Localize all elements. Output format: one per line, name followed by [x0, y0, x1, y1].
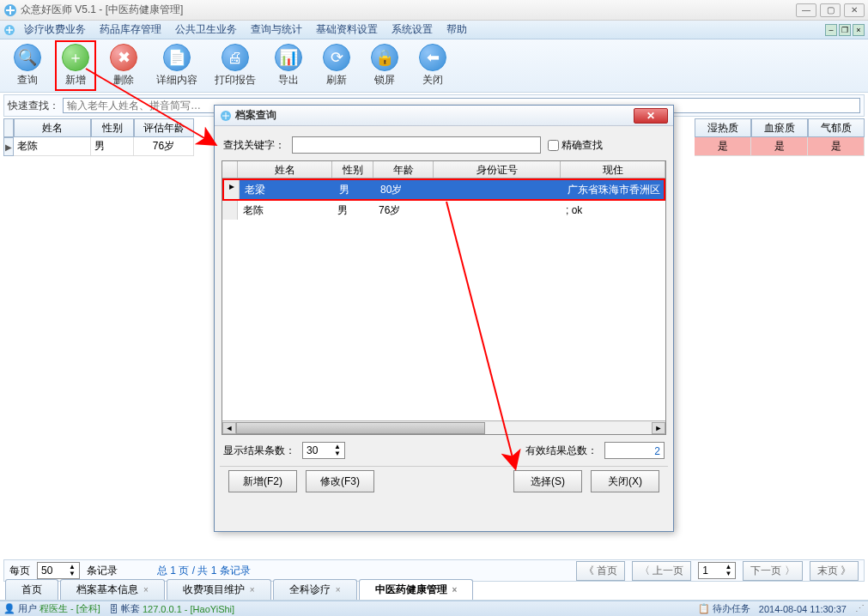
- menu-inventory[interactable]: 药品库存管理: [94, 21, 167, 39]
- dcol-name[interactable]: 姓名: [238, 161, 332, 178]
- cell-name: 老陈: [14, 137, 91, 156]
- perpage-spinner[interactable]: 50 ▲▼: [37, 562, 80, 579]
- records-label: 条记录: [87, 564, 118, 578]
- cell-qiyu: 是: [808, 137, 865, 156]
- dialog-table-header: 姓名 性别 年龄 身份证号 现住: [222, 161, 665, 178]
- archive-query-dialog: 档案查询 ✕ 查找关键字： 精确查找 姓名 性别 年龄 身份证号 现住 ▸ 老梁…: [214, 105, 674, 532]
- last-page-button[interactable]: 末页 》: [810, 561, 859, 581]
- close-icon[interactable]: ×: [143, 585, 149, 595]
- close-icon[interactable]: ×: [250, 585, 255, 595]
- plus-icon: ＋: [62, 44, 89, 71]
- menubar: 诊疗收费业务 药品库存管理 公共卫生业务 查询与统计 基础资料设置 系统设置 帮…: [0, 21, 868, 39]
- maximize-button[interactable]: ▢: [820, 3, 841, 17]
- menu-icon: [3, 24, 15, 36]
- exact-search-checkbox[interactable]: 精确查找: [548, 138, 603, 153]
- menu-public-health[interactable]: 公共卫生业务: [170, 21, 242, 39]
- mdi-min-button[interactable]: –: [825, 24, 837, 36]
- total-count-label: 有效结果总数：: [525, 444, 598, 458]
- scroll-left-icon[interactable]: ◄: [222, 422, 236, 434]
- dialog-close-button[interactable]: ✕: [634, 108, 668, 124]
- row-indicator-icon: ▶: [3, 137, 14, 156]
- minimize-button[interactable]: —: [796, 3, 816, 17]
- spinner-arrows-icon[interactable]: ▲▼: [69, 564, 76, 577]
- lock-icon: 🔒: [371, 44, 398, 71]
- dialog-icon: [220, 110, 232, 122]
- tab-fee[interactable]: 收费项目维护×: [167, 579, 271, 600]
- tab-archive[interactable]: 档案基本信息×: [60, 579, 165, 600]
- menu-query-stats[interactable]: 查询与统计: [246, 21, 307, 39]
- dialog-result-table: 姓名 性别 年龄 身份证号 现住 ▸ 老梁 男 80岁 广东省珠海市香洲区 老陈…: [222, 160, 666, 435]
- print-icon: 🖨: [222, 44, 249, 71]
- cell-shire: 是: [695, 137, 751, 156]
- search-keyword-input[interactable]: [292, 136, 541, 154]
- col-name[interactable]: 姓名: [14, 118, 91, 137]
- toolbar-add-button[interactable]: ＋ 新增: [55, 40, 96, 91]
- col-age[interactable]: 评估年龄: [134, 118, 194, 137]
- dialog-titlebar[interactable]: 档案查询 ✕: [215, 106, 673, 126]
- menu-help[interactable]: 帮助: [441, 21, 472, 39]
- close-icon[interactable]: ×: [452, 585, 458, 595]
- status-task-label[interactable]: 待办任务: [713, 602, 750, 615]
- exact-search-input[interactable]: [548, 140, 559, 151]
- dialog-search-row: 查找关键字： 精确查找: [215, 126, 673, 160]
- tab-clinic[interactable]: 全科诊疗×: [273, 579, 357, 600]
- close-icon[interactable]: ×: [336, 585, 341, 595]
- spinner-arrows-icon[interactable]: ▲▼: [334, 444, 341, 457]
- result-count-spinner[interactable]: 30 ▲▼: [302, 442, 345, 459]
- toolbar-detail-button[interactable]: 📄 详细内容: [151, 42, 203, 89]
- spinner-arrows-icon[interactable]: ▲▼: [725, 564, 731, 577]
- dialog-edit-button[interactable]: 修改(F3): [306, 470, 374, 492]
- mdi-close-button[interactable]: ×: [853, 24, 865, 36]
- tab-tcm[interactable]: 中医药健康管理×: [359, 579, 474, 600]
- page-number-spinner[interactable]: 1 ▲▼: [698, 562, 736, 579]
- scroll-right-icon[interactable]: ►: [652, 422, 665, 434]
- toolbar: 🔍 查询 ＋ 新增 ✖ 删除 📄 详细内容 🖨 打印报告 📊 导出 ⟳ 刷新 🔒…: [0, 39, 868, 93]
- col-qiyu[interactable]: 气郁质: [808, 118, 865, 137]
- dcol-id[interactable]: 身份证号: [434, 161, 561, 178]
- toolbar-query-button[interactable]: 🔍 查询: [7, 42, 48, 89]
- refresh-icon: ⟳: [323, 44, 350, 71]
- scroll-thumb[interactable]: [236, 422, 485, 434]
- dialog-close-btn[interactable]: 关闭(X): [591, 470, 659, 492]
- toolbar-delete-button[interactable]: ✖ 删除: [103, 42, 144, 89]
- dcol-gender[interactable]: 性别: [332, 161, 373, 178]
- status-user-label: 用户: [18, 602, 37, 615]
- toolbar-print-button[interactable]: 🖨 打印报告: [209, 42, 261, 89]
- first-page-button[interactable]: 《 首页: [576, 561, 625, 581]
- task-icon: 📋: [698, 603, 710, 614]
- quick-search-label: 快速查找：: [8, 99, 59, 113]
- col-gender[interactable]: 性别: [91, 118, 134, 137]
- titlebar: 众意好医师 V5.1 - [中医药健康管理] — ▢ ✕: [0, 0, 868, 21]
- toolbar-export-button[interactable]: 📊 导出: [268, 42, 309, 89]
- dialog-select-button[interactable]: 选择(S): [513, 470, 582, 492]
- next-page-button[interactable]: 下一页 〉: [743, 561, 802, 581]
- result-count-label: 显示结果条数：: [223, 444, 295, 458]
- prev-page-button[interactable]: 〈 上一页: [632, 561, 691, 581]
- perpage-label: 每页: [9, 564, 30, 578]
- app-icon: [3, 3, 17, 17]
- mdi-restore-button[interactable]: ❐: [839, 24, 851, 36]
- dcol-addr[interactable]: 现住: [561, 161, 665, 178]
- status-datetime: 2014-08-04 11:30:37: [759, 604, 847, 614]
- tab-home[interactable]: 首页: [5, 579, 58, 600]
- toolbar-close-button[interactable]: ⬅ 关闭: [412, 42, 453, 89]
- col-xueyu[interactable]: 血瘀质: [751, 118, 808, 137]
- status-resize-grip[interactable]: ⋰: [855, 603, 865, 614]
- menu-base-settings[interactable]: 基础资料设置: [311, 21, 383, 39]
- dialog-add-button[interactable]: 新增(F2): [228, 470, 297, 492]
- dialog-button-row: 新增(F2) 修改(F3) 选择(S) 关闭(X): [220, 466, 668, 501]
- dialog-hscrollbar[interactable]: ◄ ►: [222, 420, 665, 434]
- dialog-row[interactable]: 老陈 男 76岁 ; ok: [222, 201, 665, 220]
- db-icon: 🗄: [109, 604, 118, 614]
- status-user-value: 程医生 - [全科]: [39, 602, 100, 615]
- col-shire[interactable]: 湿热质: [695, 118, 751, 137]
- dialog-row-selected[interactable]: ▸ 老梁 男 80岁 广东省珠海市香洲区: [224, 180, 664, 199]
- dcol-age[interactable]: 年龄: [373, 161, 434, 178]
- toolbar-lock-button[interactable]: 🔒 锁屏: [364, 42, 405, 89]
- menu-system-settings[interactable]: 系统设置: [386, 21, 438, 39]
- toolbar-refresh-button[interactable]: ⟳ 刷新: [316, 42, 357, 89]
- close-window-button[interactable]: ✕: [844, 3, 865, 17]
- cell-xueyu: 是: [751, 137, 808, 156]
- menu-clinic-fee[interactable]: 诊疗收费业务: [19, 21, 91, 39]
- page-summary: 总 1 页 / 共 1 条记录: [157, 564, 251, 578]
